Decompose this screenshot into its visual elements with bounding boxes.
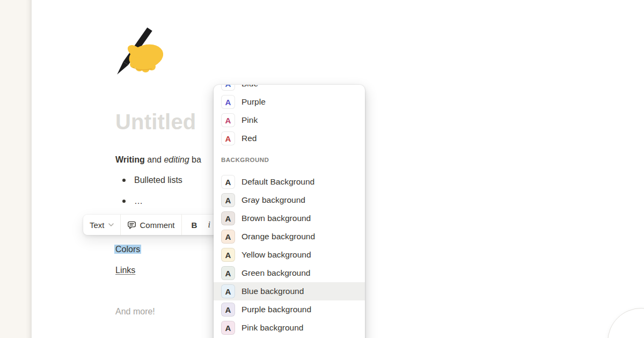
menu-item-label: Green background: [241, 268, 310, 278]
notion-app: Untitled Writing and editing ba Bulleted…: [0, 0, 644, 338]
writing-hand-emoji-svg: [114, 26, 170, 77]
help-button[interactable]: [608, 308, 644, 338]
list-item[interactable]: …: [115, 195, 182, 207]
menu-item-label: Gray background: [241, 195, 305, 205]
bulleted-list: Bulleted lists …: [115, 174, 182, 216]
intro-tail: ba: [189, 155, 201, 164]
color-swatch: A: [221, 248, 235, 262]
color-swatch: A: [221, 113, 235, 127]
color-swatch: A: [221, 230, 235, 244]
intro-mid: and: [145, 155, 164, 164]
menu-item-purple[interactable]: APurple: [214, 93, 365, 111]
menu-group: ADefault BackgroundAGray backgroundABrow…: [214, 173, 365, 337]
color-menu: ABlueAPurpleAPinkARedBACKGROUNDADefault …: [214, 85, 365, 338]
menu-item-label: Red: [241, 134, 257, 143]
menu-item-label: Yellow background: [241, 250, 311, 260]
sidebar-collapsed-strip: [0, 0, 32, 338]
selected-text[interactable]: Colors: [114, 245, 141, 254]
color-swatch: A: [221, 303, 235, 317]
format-toolbar: Text Comment B i: [83, 215, 221, 235]
menu-item-label: Purple: [241, 97, 266, 107]
italic-button[interactable]: i: [203, 220, 214, 230]
menu-item-yellow-background[interactable]: AYellow background: [214, 246, 365, 264]
menu-item-blue[interactable]: ABlue: [214, 85, 365, 93]
intro-paragraph[interactable]: Writing and editing ba: [115, 153, 201, 166]
menu-item-label: Default Background: [241, 177, 314, 187]
intro-italic: editing: [164, 155, 189, 164]
menu-item-green-background[interactable]: AGreen background: [214, 264, 365, 282]
menu-item-gray-background[interactable]: AGray background: [214, 191, 365, 209]
list-item[interactable]: Bulleted lists: [115, 174, 182, 186]
color-swatch: A: [221, 85, 235, 91]
links-text-block: Links: [115, 264, 135, 277]
color-swatch: A: [221, 321, 235, 335]
color-swatch: A: [221, 95, 235, 109]
menu-item-red[interactable]: ARed: [214, 129, 365, 148]
menu-item-brown-background[interactable]: ABrown background: [214, 209, 365, 227]
menu-section-header: BACKGROUND: [214, 148, 365, 173]
color-swatch: A: [221, 175, 235, 189]
comment-icon: [127, 221, 136, 230]
colors-text-block[interactable]: Colors: [114, 243, 141, 256]
menu-group: ABlueAPurpleAPinkARed: [214, 85, 365, 148]
menu-item-label: Blue background: [241, 286, 304, 296]
menu-item-label: Pink: [241, 115, 258, 125]
chevron-down-icon: [108, 223, 114, 227]
bold-button[interactable]: B: [188, 221, 201, 230]
color-swatch: A: [221, 211, 235, 225]
color-swatch: A: [221, 131, 235, 145]
color-swatch: A: [221, 266, 235, 280]
menu-item-blue-background[interactable]: ABlue background: [214, 282, 365, 300]
menu-item-purple-background[interactable]: APurple background: [214, 300, 365, 319]
menu-item-label: Orange background: [241, 232, 315, 241]
menu-item-label: Brown background: [241, 214, 311, 223]
intro-bold: Writing: [115, 155, 145, 164]
menu-item-label: Purple background: [241, 305, 311, 314]
comment-label: Comment: [140, 221, 175, 230]
color-swatch: A: [221, 284, 235, 298]
and-more-text[interactable]: And more!: [115, 305, 155, 318]
menu-item-orange-background[interactable]: AOrange background: [214, 227, 365, 246]
page-title[interactable]: Untitled: [115, 108, 196, 135]
writing-hand-emoji-icon[interactable]: [114, 26, 170, 77]
color-menu-list: ABlueAPurpleAPinkARedBACKGROUNDADefault …: [214, 85, 365, 337]
menu-item-pink-background[interactable]: APink background: [214, 319, 365, 337]
turn-into-button[interactable]: Text: [83, 215, 121, 235]
color-swatch: A: [221, 193, 235, 207]
turn-into-label: Text: [90, 221, 105, 230]
menu-item-label: Pink background: [241, 323, 303, 333]
comment-button[interactable]: Comment: [121, 215, 182, 235]
links-link[interactable]: Links: [115, 266, 135, 275]
menu-item-label: Blue: [241, 85, 258, 89]
menu-item-default-background[interactable]: ADefault Background: [214, 173, 365, 191]
menu-item-pink[interactable]: APink: [214, 111, 365, 129]
